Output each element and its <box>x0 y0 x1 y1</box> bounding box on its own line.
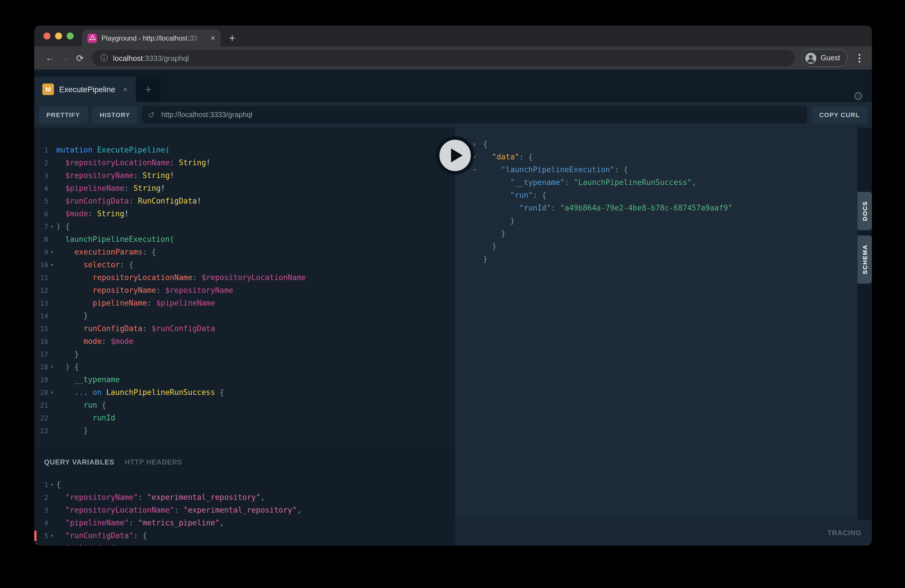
code-text: "run": { <box>479 189 857 202</box>
code-line: 12 repositoryName: $repositoryName <box>34 284 455 297</box>
tracing-label: TRACING <box>827 529 862 537</box>
profile-button[interactable]: Guest <box>802 49 848 67</box>
tab-http-headers[interactable]: HTTP HEADERS <box>125 458 183 466</box>
code-line: 18▾ ) { <box>34 361 455 373</box>
forward-icon[interactable]: → <box>57 53 73 63</box>
code-line: 20▾ ... on LaunchPipelineRunSuccess { <box>34 386 455 399</box>
code-text: mode: $mode <box>56 335 455 348</box>
code-line: 3 "repositoryLocationName": "experimenta… <box>34 504 455 516</box>
address-bar[interactable]: ⓘ localhost:3333/graphql <box>92 50 795 66</box>
new-browser-tab-button[interactable]: + <box>229 30 235 46</box>
code-line: 6 $mode: String! <box>34 208 455 220</box>
execute-play-button[interactable] <box>436 136 474 175</box>
reload-icon[interactable]: ⟳ <box>73 52 87 64</box>
fold-spacer <box>48 284 56 297</box>
back-icon[interactable]: ← <box>42 53 57 63</box>
minimize-window-button[interactable] <box>55 32 62 40</box>
query-editor[interactable]: 1mutation ExecutePipeline(2 $repositoryL… <box>34 127 455 448</box>
fold-spacer <box>470 189 479 202</box>
playground-tab-bar: M ExecutePipeline × + ⚙ <box>34 70 872 102</box>
playground-main: 1mutation ExecutePipeline(2 $repositoryL… <box>34 127 872 546</box>
code-text: $mode: String! <box>56 208 455 220</box>
line-number: 5 <box>34 195 48 208</box>
fold-arrow-icon[interactable]: ▾ <box>48 246 56 259</box>
code-line: 5 $runConfigData: RunConfigData! <box>34 195 455 208</box>
tracing-bar[interactable]: TRACING <box>455 520 872 546</box>
line-number: 11 <box>34 272 48 284</box>
copy-curl-button[interactable]: COPY CURL <box>812 106 867 124</box>
playground-toolbar: PRETTIFY HISTORY ↻ COPY CURL <box>34 102 872 127</box>
code-text: } <box>56 348 455 361</box>
playground-tab-title: ExecutePipeline <box>59 85 115 94</box>
browser-tab-title: Playground - http://localhost:33 <box>102 34 207 42</box>
line-number: 14 <box>34 310 48 323</box>
code-text: "data": { <box>479 151 857 164</box>
response-pane: ▾{▾ "data": {▾ "launchPipelineExecution"… <box>455 127 872 546</box>
fold-spacer <box>48 491 56 504</box>
code-line: } <box>455 253 857 265</box>
fold-spacer <box>470 227 479 240</box>
lint-marker <box>34 544 37 546</box>
zoom-window-button[interactable] <box>67 32 74 40</box>
code-line: 22 runId <box>34 412 455 424</box>
fold-spacer <box>48 399 56 412</box>
fold-arrow-icon[interactable]: ▾ <box>48 220 56 233</box>
response-viewer: ▾{▾ "data": {▾ "launchPipelineExecution"… <box>455 127 857 520</box>
code-line: } <box>455 240 857 253</box>
line-number: 10 <box>34 259 48 272</box>
playground-tab-executepipeline[interactable]: M ExecutePipeline × <box>34 76 136 102</box>
fold-arrow-icon[interactable]: ▾ <box>48 386 56 399</box>
fold-spacer <box>470 202 479 215</box>
fold-arrow-icon[interactable]: ▾ <box>48 259 56 272</box>
browser-tab-strip: Playground - http://localhost:33 × + <box>34 25 872 46</box>
code-line: 5▾ "runConfigData": { <box>34 529 455 542</box>
code-line: "run": { <box>455 189 857 202</box>
prettify-button[interactable]: PRETTIFY <box>39 106 87 124</box>
fold-arrow-icon[interactable]: ▾ <box>48 542 56 546</box>
tab-schema[interactable]: SCHEMA <box>857 235 872 284</box>
line-number: 12 <box>34 284 48 297</box>
tab-docs[interactable]: DOCS <box>857 192 872 230</box>
fold-spacer <box>48 424 56 437</box>
browser-tab-close-icon[interactable]: × <box>211 33 215 42</box>
fold-arrow-icon[interactable]: ▾ <box>48 361 56 373</box>
fold-spacer <box>48 504 56 516</box>
code-text: "solids": { <box>56 542 455 546</box>
code-line: 14 } <box>34 310 455 323</box>
browser-menu-icon[interactable] <box>852 54 866 62</box>
code-text: pipelineName: $pipelineName <box>56 297 455 310</box>
close-window-button[interactable] <box>43 32 51 40</box>
fold-spacer <box>48 169 56 182</box>
endpoint-input[interactable] <box>160 110 801 119</box>
code-text: run { <box>56 399 455 412</box>
fold-arrow-icon[interactable]: ▾ <box>470 164 479 176</box>
url-host: localhost <box>113 54 143 62</box>
fold-spacer <box>48 373 56 386</box>
tab-query-variables[interactable]: QUERY VARIABLES <box>44 458 114 466</box>
line-number: 3 <box>34 504 48 516</box>
page-info-icon[interactable]: ⓘ <box>100 53 108 63</box>
code-text: "runConfigData": { <box>56 529 455 542</box>
playground-new-tab-button[interactable]: + <box>137 76 160 102</box>
code-text: repositoryLocationName: $repositoryLocat… <box>56 272 455 284</box>
code-line: "__typename": "LaunchPipelineRunSuccess"… <box>455 176 857 189</box>
code-text: "__typename": "LaunchPipelineRunSuccess"… <box>479 176 857 189</box>
endpoint-field[interactable]: ↻ <box>142 106 807 124</box>
screenshot-stage: Playground - http://localhost:33 × + ← →… <box>0 0 905 588</box>
code-text: $repositoryName: String! <box>56 169 455 182</box>
fold-spacer <box>48 195 56 208</box>
query-variables-editor[interactable]: 1▾{2 "repositoryName": "experimental_rep… <box>34 475 455 546</box>
code-text: ) { <box>56 361 455 373</box>
browser-tab[interactable]: Playground - http://localhost:33 × <box>82 30 221 46</box>
history-button[interactable]: HISTORY <box>92 106 138 124</box>
playground-tab-close-icon[interactable]: × <box>123 85 127 94</box>
fold-arrow-icon[interactable]: ▾ <box>48 478 56 491</box>
code-text: } <box>479 253 857 265</box>
line-number: 4 <box>34 182 48 195</box>
code-line: 2 $repositoryLocationName: String! <box>34 157 455 169</box>
code-line: 17 } <box>34 348 455 361</box>
settings-gear-icon[interactable]: ⚙ <box>845 90 872 102</box>
fold-arrow-icon[interactable]: ▾ <box>48 529 56 542</box>
code-line: 2 "repositoryName": "experimental_reposi… <box>34 491 455 504</box>
reload-schema-icon[interactable]: ↻ <box>148 110 155 119</box>
